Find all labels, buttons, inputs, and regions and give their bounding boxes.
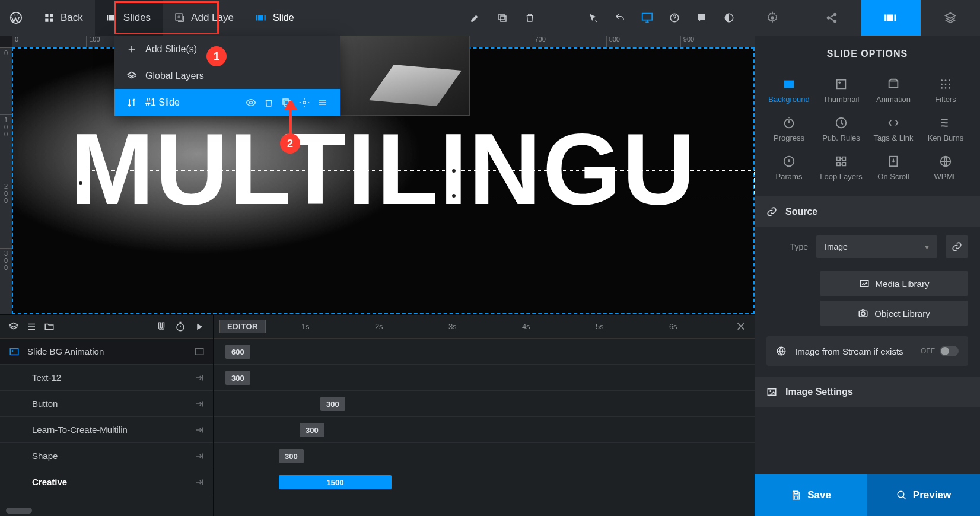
svg-rect-1 [45,14,48,17]
layer-row[interactable]: Creative [0,469,213,495]
selection-handle[interactable] [78,180,84,186]
current-slide-indicator[interactable]: Slide [246,12,305,23]
layer-row[interactable]: Shape [0,443,213,469]
layer-row[interactable]: Text-12 [0,365,213,391]
back-button[interactable]: Back [32,0,95,36]
layer-type-icon [8,477,25,488]
layers-icon[interactable] [8,321,19,332]
list-icon[interactable] [26,321,37,332]
edit-button[interactable] [462,0,489,36]
tab-navigation[interactable] [802,0,861,36]
media-library-button[interactable]: Media Library [820,271,968,296]
timeline-track[interactable]: 300 [214,391,755,417]
timeline-clip[interactable]: 300 [300,423,324,437]
ruler-vertical: 0100200300 [0,47,12,314]
stream-label: Image from Stream if exists [795,346,903,356]
option-wpml[interactable]: WPML [919,149,972,186]
timeline-track[interactable]: 600 [214,339,755,365]
slide-delete[interactable] [263,97,275,109]
timeline-clip[interactable]: 600 [225,345,250,359]
arrow-right-icon [194,477,205,488]
timeline-close[interactable] [734,320,747,333]
preview-button[interactable]: Preview [867,474,980,516]
svg-rect-29 [10,348,18,355]
layer-row[interactable]: Button [0,391,213,417]
option-ken-burns[interactable]: Ken Burns [919,111,972,147]
option-animation[interactable]: Animation [867,72,919,109]
svg-rect-21 [887,15,893,21]
timeline-header: EDITOR 1s 2s 3s 4s 5s 6s [214,315,755,339]
tab-slide-options[interactable] [861,0,921,36]
comment-button[interactable] [688,0,715,36]
scrollbar[interactable] [6,508,32,514]
add-layer-button[interactable]: Add Laye [163,0,246,36]
stream-toggle[interactable]: OFF [921,346,959,356]
delete-button[interactable] [516,0,543,36]
layer-row[interactable]: Learn-To-Create-Multilin [0,417,213,443]
slide-options-panel: SLIDE OPTIONS BackgroundThumbnailAnimati… [755,36,980,474]
option-tags-link[interactable]: Tags & Link [867,111,919,147]
tab-layers[interactable] [921,0,980,36]
layer-row[interactable]: Slide BG Animation [0,339,213,365]
media-library-label: Media Library [876,279,930,289]
slide-icon [256,12,267,23]
play-icon[interactable] [194,321,205,332]
arrow-right-icon [194,372,205,383]
wordpress-logo[interactable] [0,0,32,36]
dropdown-add-slides[interactable]: Add Slide(s) [114,36,340,62]
timeline-clip[interactable]: 1500 [279,475,392,489]
option-pub-rules[interactable]: Pub. Rules [815,111,867,147]
object-library-button[interactable]: Object Library [820,301,968,326]
svg-point-43 [945,84,947,85]
dropdown-global-layers[interactable]: Global Layers [114,62,340,89]
type-select[interactable]: Image ▾ [816,235,937,258]
timeline-clip[interactable]: 300 [225,371,250,385]
desktop-view-button[interactable] [634,0,661,36]
editor-mode-chip[interactable]: EDITOR [219,320,266,333]
timeline-track[interactable]: 300 [214,365,755,391]
globe-icon [776,346,787,356]
option-filters[interactable]: Filters [919,72,972,109]
undo-button[interactable] [606,0,634,36]
folder-icon[interactable] [44,321,55,332]
link-icon-button[interactable] [946,235,968,258]
svg-rect-4 [50,19,53,22]
svg-rect-31 [195,348,203,355]
slide-settings[interactable] [298,97,310,109]
tab-settings[interactable] [743,0,802,36]
layers-panel: Slide BG AnimationText-12ButtonLearn-To-… [0,315,214,516]
timeline-clip[interactable]: 300 [279,449,304,463]
dropdown-slide-1[interactable]: #1 Slide [114,89,340,116]
slide-visibility-toggle[interactable] [245,97,257,109]
select-tool[interactable] [579,0,606,36]
arrow-right-icon [194,425,205,435]
slide-more[interactable] [316,97,328,109]
timeline-track[interactable]: 1500 [214,469,755,495]
type-label: Type [766,242,808,251]
help-button[interactable] [661,0,688,36]
option-progress[interactable]: Progress [763,111,815,147]
annotation-arrow [282,101,300,136]
section-image-settings[interactable]: Image Settings [755,377,980,407]
magnet-icon[interactable] [156,321,167,332]
stopwatch-icon[interactable] [175,321,186,332]
slides-menu-button[interactable]: Slides [95,0,163,36]
section-source[interactable]: Source [755,196,980,227]
slide-tab-icon [884,11,898,24]
option-background[interactable]: Background [763,72,815,109]
option-loop-layers[interactable]: Loop Layers [815,149,867,186]
selection-handle[interactable] [451,168,457,174]
option-thumbnail[interactable]: Thumbnail [815,72,867,109]
annotation-callout-1: 1 [206,46,227,66]
selection-box[interactable] [80,170,755,196]
timeline-track[interactable]: 300 [214,417,755,443]
timeline-clip[interactable]: 300 [320,397,345,411]
save-button[interactable]: Save [755,474,867,516]
contrast-button[interactable] [715,0,743,36]
option-on-scroll[interactable]: On Scroll [867,149,919,186]
duplicate-button[interactable] [489,0,516,36]
canvas-text-layer[interactable]: MULTILINGU [70,111,696,227]
option-params[interactable]: Params [763,149,815,186]
timeline-track[interactable]: 300 [214,443,755,469]
toggle-track [940,346,959,356]
